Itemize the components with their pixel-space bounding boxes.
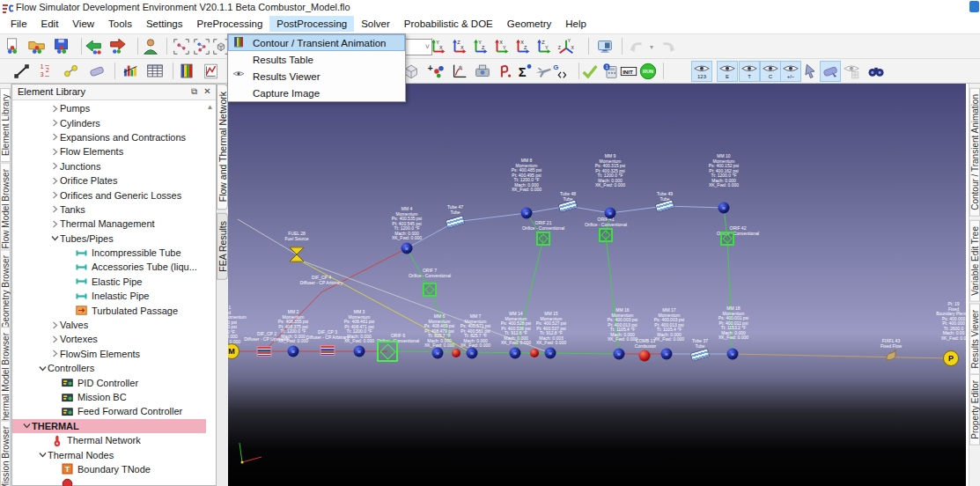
fit-selection-icon[interactable] bbox=[171, 36, 192, 57]
tree-item-tanks[interactable]: Tanks bbox=[12, 202, 206, 217]
tab-flow-model-browser[interactable]: Flow Model Browser bbox=[0, 163, 11, 255]
view-xy-icon[interactable]: XY bbox=[491, 36, 512, 57]
diffuser-element[interactable] bbox=[321, 345, 335, 356]
combustor-element[interactable] bbox=[639, 350, 651, 362]
tree-item-expansions-and-contractions[interactable]: Expansions and Contractions bbox=[12, 130, 206, 144]
tree-item-valves[interactable]: Valves bbox=[12, 318, 206, 332]
user-profile-icon[interactable] bbox=[140, 36, 161, 57]
momentum-node[interactable]: M bbox=[661, 349, 673, 360]
redo-icon[interactable] bbox=[657, 36, 678, 57]
orifice-element[interactable] bbox=[720, 232, 734, 246]
tree-item-partial[interactable] bbox=[12, 476, 206, 486]
save-model-icon[interactable] bbox=[51, 36, 72, 57]
create-element-icon[interactable] bbox=[11, 61, 33, 82]
tree-item-incompressible-tube[interactable]: Incompressible Tube bbox=[12, 246, 206, 260]
fixed-flow-element[interactable] bbox=[884, 349, 898, 361]
tree-item-orifices-and-generic-losses[interactable]: Orifices and Generic Losses bbox=[12, 188, 206, 202]
goto-icon[interactable]: G bbox=[550, 61, 571, 82]
menu-geometry[interactable]: Geometry bbox=[500, 16, 559, 32]
tree-item-pumps[interactable]: Pumps bbox=[12, 101, 206, 115]
orifice-element[interactable] bbox=[599, 228, 613, 242]
chevron-right-icon[interactable] bbox=[49, 321, 60, 329]
chain-icon[interactable] bbox=[61, 61, 82, 82]
menu-solver[interactable]: Solver bbox=[354, 16, 397, 32]
menu-probabilistic-doe[interactable]: Probabilistic & DOE bbox=[397, 16, 500, 32]
tree-item-thermal-nodes[interactable]: Thermal Nodes bbox=[12, 447, 206, 461]
chevron-right-icon[interactable] bbox=[49, 191, 60, 199]
show-ids-icon[interactable]: 123 bbox=[691, 61, 712, 82]
tree-item-vortexes[interactable]: Vortexes bbox=[12, 332, 206, 346]
momentum-node[interactable]: M bbox=[521, 208, 533, 219]
undo-icon[interactable] bbox=[627, 36, 648, 57]
tree-item-pid-controller[interactable]: PID Controller bbox=[12, 375, 206, 389]
chevron-down-icon[interactable] bbox=[37, 451, 48, 459]
tab-thermal-model-browser[interactable]: Thermal Model Browser bbox=[0, 327, 11, 432]
tab-variable-edit-tree[interactable]: Variable Edit Tree bbox=[969, 220, 980, 302]
init-icon[interactable]: INIT bbox=[618, 61, 639, 82]
momentum-node[interactable]: M bbox=[605, 208, 616, 219]
tab-element-library[interactable]: Element Library bbox=[0, 88, 11, 162]
tree-item-mission-bc[interactable]: Mission BC bbox=[12, 390, 206, 404]
view-xz-icon[interactable]: XZ bbox=[512, 36, 534, 57]
show-temps-icon[interactable]: T bbox=[739, 61, 760, 82]
screen-layout-icon[interactable] bbox=[594, 36, 615, 57]
tree-item-thermal-management[interactable]: Thermal Management bbox=[12, 217, 206, 231]
model-canvas[interactable]: MMMMMMMMMMMMMMPMM 4MomentumPs: 400.535 p… bbox=[228, 84, 966, 486]
view-zx-icon[interactable]: ZX bbox=[449, 36, 470, 57]
tree-item-junctions[interactable]: Junctions bbox=[12, 159, 206, 173]
run-icon[interactable]: RUN bbox=[637, 61, 659, 82]
menu-view[interactable]: View bbox=[65, 16, 101, 32]
menu-edit[interactable]: Edit bbox=[34, 16, 66, 32]
tree-item-inelastic-pipe[interactable]: Inelastic Pipe bbox=[12, 289, 206, 303]
titlebar-corner-icon[interactable] bbox=[969, 1, 979, 12]
tree-item-flowsim-elements[interactable]: FlowSim Elements bbox=[12, 347, 206, 361]
tree-item-cylinders[interactable]: Cylinders bbox=[12, 115, 206, 129]
orifice-element[interactable] bbox=[536, 232, 550, 246]
pointer-icon[interactable] bbox=[799, 61, 821, 82]
import-icon[interactable] bbox=[84, 36, 105, 57]
view-yz-icon[interactable]: YZ bbox=[470, 36, 491, 57]
chevron-right-icon[interactable] bbox=[49, 133, 60, 141]
tree-item-turbulated-passage[interactable]: Turbulated Passage bbox=[12, 303, 206, 317]
tree-item-accessories-tube-liqu-[interactable]: Accessories Tube (liqu... bbox=[12, 260, 206, 274]
momentum-node[interactable]: M bbox=[727, 349, 739, 360]
momentum-node[interactable]: M bbox=[467, 348, 478, 359]
chevron-down-icon[interactable] bbox=[21, 422, 32, 430]
canvas-tab-fea-results[interactable]: FEA Results bbox=[217, 213, 228, 280]
tab-geometry-browser[interactable]: Geometry Browser bbox=[0, 249, 11, 335]
chevron-right-icon[interactable] bbox=[49, 105, 60, 113]
momentum-node[interactable]: M bbox=[614, 349, 625, 360]
momentum-node[interactable]: M bbox=[510, 348, 521, 359]
tube-element-icon[interactable] bbox=[86, 61, 107, 82]
open-model-icon[interactable] bbox=[26, 36, 48, 57]
chevron-right-icon[interactable] bbox=[49, 148, 60, 156]
tab-mission-browser[interactable]: Mission Browser bbox=[0, 420, 11, 486]
view-zy-icon[interactable]: ZY bbox=[534, 36, 555, 57]
tree-item-feed-forward-controller[interactable]: Feed Forward Controller bbox=[12, 404, 206, 418]
validate-check-icon[interactable] bbox=[579, 61, 601, 82]
chevron-right-icon[interactable] bbox=[49, 220, 60, 228]
tree-item-thermal-network[interactable]: Thermal Network bbox=[12, 433, 206, 447]
menu-item-capture-image[interactable]: Capture Image bbox=[228, 85, 405, 101]
add-node-icon[interactable]: + bbox=[425, 61, 446, 82]
chevron-right-icon[interactable] bbox=[49, 162, 60, 170]
tab-contour-transient-animation[interactable]: Contour / Transient Animation bbox=[969, 88, 980, 217]
tree-item-controllers[interactable]: Controllers bbox=[12, 361, 206, 375]
chevron-down-icon[interactable] bbox=[49, 234, 60, 242]
renumber-icon[interactable]: 123 bbox=[36, 61, 57, 82]
chevron-right-icon[interactable] bbox=[49, 205, 60, 213]
figure-plot-icon[interactable] bbox=[449, 61, 470, 82]
close-panel-button[interactable]: ✕ bbox=[202, 86, 213, 96]
tube-select-icon[interactable] bbox=[820, 61, 841, 82]
momentum-node[interactable]: M bbox=[545, 348, 556, 359]
chevron-down-icon[interactable] bbox=[37, 364, 48, 372]
element-node[interactable] bbox=[530, 349, 539, 357]
chevron-right-icon[interactable] bbox=[49, 350, 60, 357]
orifice-element[interactable] bbox=[377, 341, 398, 362]
contour-display-icon[interactable] bbox=[176, 61, 197, 82]
chevron-right-icon[interactable] bbox=[49, 119, 60, 127]
chevron-right-icon[interactable] bbox=[49, 335, 60, 343]
view-iso-icon[interactable]: YZX bbox=[556, 36, 577, 57]
tree-scrollbar[interactable]: ▲ bbox=[204, 101, 216, 486]
chart-icon[interactable] bbox=[120, 61, 141, 82]
